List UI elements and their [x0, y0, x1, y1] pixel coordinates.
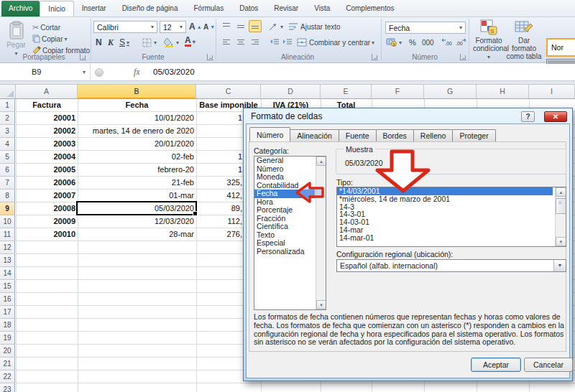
- font-name-combo[interactable]: Calibri ▾: [93, 21, 157, 33]
- cell-style-normal[interactable]: Nor: [546, 38, 575, 57]
- row-header-9[interactable]: 9: [0, 202, 15, 215]
- decrease-decimal-button[interactable]: .00: [455, 37, 466, 48]
- cell-c10[interactable]: 112,: [196, 215, 242, 228]
- col-header-e[interactable]: E: [321, 85, 372, 99]
- fill-color-button[interactable]: ▾: [163, 37, 179, 48]
- alignment-dialog-launcher[interactable]: [372, 54, 378, 60]
- cell-b10[interactable]: 12/03/2020: [78, 215, 194, 228]
- row-header-17[interactable]: 17: [0, 306, 15, 319]
- cell-a7[interactable]: 20006: [16, 177, 75, 190]
- number-dialog-launcher[interactable]: [460, 54, 466, 60]
- cell-c3[interactable]: [196, 125, 242, 138]
- type-item[interactable]: 14-mar-01: [337, 234, 553, 242]
- cell-a10[interactable]: 20009: [16, 215, 75, 228]
- tab-archivo[interactable]: Archivo: [1, 1, 40, 17]
- wrap-text-button[interactable]: Ajustar texto: [288, 21, 341, 32]
- row-header-7[interactable]: 7: [0, 177, 15, 190]
- scroll-up-icon[interactable]: ▲: [316, 157, 326, 166]
- cell-a11[interactable]: 20010: [16, 228, 75, 241]
- scroll-down-icon[interactable]: ▼: [316, 300, 326, 309]
- copy-button[interactable]: Copiar ▾: [32, 33, 67, 45]
- cell-c4[interactable]: [196, 138, 242, 151]
- increase-decimal-button[interactable]: .00: [441, 37, 453, 48]
- cell-b11[interactable]: 28-mar: [78, 228, 194, 241]
- conditional-formatting-button[interactable]: S Formato condicional ▾: [473, 19, 505, 60]
- align-middle-button[interactable]: [234, 20, 247, 32]
- tab-datos[interactable]: Datos: [231, 1, 266, 17]
- cell-c6[interactable]: 1: [196, 164, 242, 177]
- type-list[interactable]: *14/03/2001 *miércoles, 14 de marzo de 2…: [336, 187, 566, 247]
- cell-a1[interactable]: Factura: [16, 99, 78, 112]
- name-box[interactable]: B9 ▾: [0, 64, 91, 80]
- category-list[interactable]: General Número Moneda Contabilidad Fecha…: [254, 156, 326, 310]
- cell-b6[interactable]: febrero-20: [78, 164, 194, 177]
- cell-c8[interactable]: 412,: [196, 190, 242, 202]
- align-left-button[interactable]: [220, 36, 233, 48]
- cell-c2[interactable]: 1: [196, 112, 242, 125]
- cell-a8[interactable]: 20007: [16, 190, 75, 202]
- category-general[interactable]: General: [254, 157, 315, 165]
- cell-c9[interactable]: 89,: [196, 202, 242, 215]
- accept-button[interactable]: Aceptar: [471, 358, 521, 372]
- cell-b3[interactable]: martes, 14 de enero de 2020: [78, 125, 194, 138]
- combo-arrow-icon[interactable]: ▼: [553, 260, 566, 271]
- cell-c5[interactable]: 1: [196, 151, 242, 164]
- dialog-tab-relleno[interactable]: Relleno: [413, 129, 454, 141]
- cell-a6[interactable]: 20005: [16, 164, 75, 177]
- cell-a5[interactable]: 20004: [16, 151, 75, 164]
- row-header-16[interactable]: 16: [0, 293, 15, 306]
- cut-button[interactable]: ✂ Cortar: [32, 22, 60, 33]
- tab-inicio[interactable]: Inicio: [40, 1, 73, 17]
- row-header-23[interactable]: 23: [0, 383, 15, 392]
- orientation-button[interactable]: ▾: [267, 21, 283, 32]
- increase-indent-button[interactable]: [282, 37, 293, 48]
- row-header-6[interactable]: 6: [0, 164, 15, 177]
- type-item[interactable]: 14-03-01: [337, 218, 553, 226]
- insert-function-icon[interactable]: fx: [134, 67, 140, 78]
- row-header-2[interactable]: 2: [0, 112, 15, 125]
- formula-bar-value[interactable]: 05/03/2020: [153, 67, 195, 76]
- dialog-help-button[interactable]: ?: [521, 111, 535, 122]
- cell-c7[interactable]: 325,: [196, 177, 242, 190]
- font-size-combo[interactable]: 12 ▾: [160, 21, 186, 33]
- dialog-tab-fuente[interactable]: Fuente: [339, 129, 377, 141]
- type-list-scrollbar[interactable]: ▲ ▼: [555, 187, 566, 246]
- align-right-button[interactable]: [249, 36, 262, 48]
- col-header-a[interactable]: A: [16, 85, 78, 99]
- cell-b4[interactable]: 20/01/2020: [78, 138, 194, 151]
- cell-b2[interactable]: 10/01/2020: [78, 112, 194, 125]
- row-header-15[interactable]: 15: [0, 280, 15, 293]
- scrollbar-thumb[interactable]: [556, 198, 566, 214]
- row-header-22[interactable]: 22: [0, 370, 15, 383]
- locale-combo[interactable]: Español (alfab. internacional) ▼: [336, 259, 566, 272]
- percent-style-button[interactable]: %: [409, 37, 416, 48]
- number-format-combo[interactable]: Fecha ▾: [385, 22, 466, 34]
- cell-b1[interactable]: Fecha: [78, 99, 196, 112]
- cell-a9[interactable]: 20008: [16, 202, 75, 215]
- cancel-button[interactable]: Cancelar: [524, 358, 573, 372]
- align-center-button[interactable]: [234, 36, 247, 48]
- category-cientifica[interactable]: Científica: [254, 223, 315, 231]
- format-as-table-button[interactable]: Dar formato como tabla ▾: [506, 19, 542, 68]
- dialog-tab-alineacion[interactable]: Alineación: [290, 129, 339, 141]
- clipboard-dialog-launcher[interactable]: [80, 54, 86, 60]
- category-porcentaje[interactable]: Porcentaje: [254, 206, 315, 215]
- col-header-f[interactable]: F: [372, 85, 424, 99]
- scroll-up-icon[interactable]: ▲: [556, 187, 566, 197]
- cell-b7[interactable]: 21-feb: [78, 177, 194, 190]
- dialog-tab-proteger[interactable]: Proteger: [452, 129, 495, 141]
- row-header-5[interactable]: 5: [0, 151, 15, 164]
- align-top-button[interactable]: [220, 20, 233, 32]
- italic-button[interactable]: K: [108, 37, 114, 48]
- tab-revisar[interactable]: Revisar: [266, 1, 306, 17]
- category-especial[interactable]: Especial: [254, 239, 315, 248]
- tab-complementos[interactable]: Complementos: [338, 1, 402, 17]
- row-header-19[interactable]: 19: [0, 332, 15, 345]
- category-personalizada[interactable]: Personalizada: [254, 248, 315, 256]
- dialog-tab-numero[interactable]: Número: [249, 127, 290, 141]
- font-color-button[interactable]: A ▾: [185, 36, 196, 47]
- scroll-down-icon[interactable]: ▼: [556, 237, 566, 246]
- decrease-indent-button[interactable]: [269, 37, 280, 48]
- cell-a2[interactable]: 20001: [16, 112, 75, 125]
- col-header-g[interactable]: G: [424, 85, 477, 99]
